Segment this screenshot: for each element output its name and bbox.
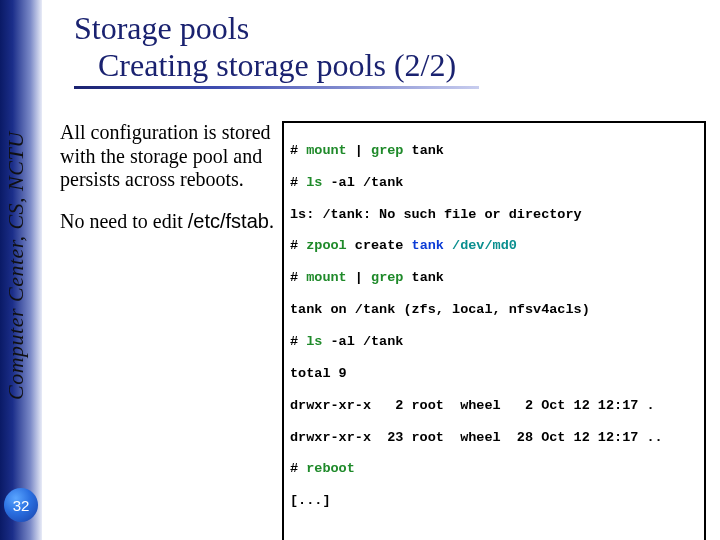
content-area: Storage pools Creating storage pools (2/… [60,0,712,532]
term-line: # zpool create tank /dev/md0 [290,238,698,254]
term-line: # mount | grep tank [290,270,698,286]
para2-prefix: No need to edit [60,210,188,232]
term-line: # reboot [290,461,698,477]
title-line-1: Storage pools [74,10,712,47]
term-line: total 9 [290,366,698,382]
slide: Computer Center, CS, NCTU 32 Storage poo… [0,0,720,540]
terminal-output: # mount | grep tank # ls -al /tank ls: /… [282,121,706,540]
term-line: # mount | grep tank [290,143,698,159]
term-line: tank on /tank (zfs, local, nfsv4acls) [290,302,698,318]
body-row: All configuration is stored with the sto… [60,121,712,540]
paragraph-1: All configuration is stored with the sto… [60,121,282,192]
term-line: drwxr-xr-x 23 root wheel 28 Oct 12 12:17… [290,430,698,446]
term-line: [...] [290,493,698,509]
term-line: drwxr-xr-x 2 root wheel 2 Oct 12 12:17 . [290,398,698,414]
paragraph-2: No need to edit /etc/fstab. [60,210,282,234]
para2-suffix: . [269,210,274,232]
title-line-2: Creating storage pools (2/2) [74,47,712,84]
title-block: Storage pools Creating storage pools (2/… [60,0,712,84]
body-text: All configuration is stored with the sto… [60,121,282,251]
term-line: # ls -al /tank [290,334,698,350]
institution-label: Computer Center, CS, NCTU [3,6,39,526]
term-line: # ls -al /tank [290,175,698,191]
term-line [290,525,698,540]
title-underline [74,86,479,89]
term-line: ls: /tank: No such file or directory [290,207,698,223]
page-number-badge: 32 [4,488,38,522]
para2-code: /etc/fstab [188,210,269,232]
